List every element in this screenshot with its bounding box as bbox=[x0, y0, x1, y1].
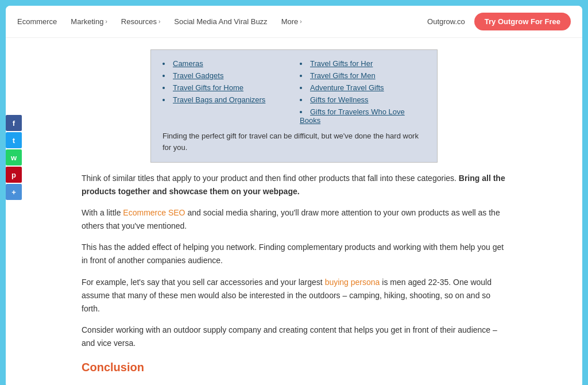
chevron-down-icon: › bbox=[158, 18, 160, 25]
toc-left-column: Cameras Travel Gadgets Travel Gifts for … bbox=[163, 59, 288, 125]
article-para1: Think of similar titles that apply to yo… bbox=[82, 172, 506, 198]
article-para3: This has the added effect of helping you… bbox=[82, 241, 506, 267]
toc-item-travel-gifts-men[interactable]: Travel Gifts for Men bbox=[300, 71, 425, 80]
article-para2: With a little Ecommerce SEO and social m… bbox=[82, 206, 506, 233]
para2-before: With a little bbox=[82, 208, 123, 217]
article-body: Think of similar titles that apply to yo… bbox=[82, 172, 506, 377]
chevron-down-icon: › bbox=[300, 18, 301, 25]
navbar-right: Outgrow.co Try Outgrow For Free bbox=[427, 13, 571, 30]
outgrow-link[interactable]: Outgrow.co bbox=[427, 17, 465, 26]
nav-more[interactable]: More › bbox=[281, 17, 302, 26]
para1-text: Think of similar titles that apply to yo… bbox=[82, 174, 459, 183]
nav-resources[interactable]: Resources › bbox=[121, 17, 160, 26]
navbar: Ecommerce Marketing › Resources › Social… bbox=[6, 6, 582, 38]
toc-item-gifts-books[interactable]: Gifts for Travelers Who Love Books bbox=[300, 107, 425, 125]
whatsapp-share-button[interactable]: w bbox=[6, 149, 22, 165]
toc-item-gifts-wellness[interactable]: Gifts for Wellness bbox=[300, 95, 425, 104]
ecommerce-seo-link[interactable]: Ecommerce SEO bbox=[123, 208, 185, 217]
share-button[interactable]: + bbox=[6, 184, 22, 200]
nav-marketing[interactable]: Marketing › bbox=[71, 17, 107, 26]
buying-persona-link[interactable]: buying persona bbox=[325, 278, 380, 287]
navbar-links: Ecommerce Marketing › Resources › Social… bbox=[17, 17, 302, 26]
nav-social-media[interactable]: Social Media And Viral Buzz bbox=[174, 17, 267, 26]
toc-box: Cameras Travel Gadgets Travel Gifts for … bbox=[150, 49, 438, 163]
conclusion-heading: Conclusion bbox=[82, 358, 506, 377]
article-para4: For example, let's say that you sell car… bbox=[82, 276, 506, 315]
try-outgrow-button[interactable]: Try Outgrow For Free bbox=[474, 13, 571, 30]
toc-item-travel-gifts-her[interactable]: Travel Gifts for Her bbox=[300, 59, 425, 68]
pinterest-share-button[interactable]: p bbox=[6, 167, 22, 183]
toc-item-adventure-travel[interactable]: Adventure Travel Gifts bbox=[300, 83, 425, 92]
toc-item-cameras[interactable]: Cameras bbox=[163, 59, 288, 68]
nav-ecommerce[interactable]: Ecommerce bbox=[17, 17, 57, 26]
social-sidebar: f t w p + bbox=[6, 115, 22, 200]
para4-before: For example, let's say that you sell car… bbox=[82, 278, 325, 287]
facebook-share-button[interactable]: f bbox=[6, 115, 22, 131]
chevron-down-icon: › bbox=[105, 18, 107, 25]
article-para5: Consider working with an outdoor supply … bbox=[82, 324, 506, 350]
toc-item-travel-gadgets[interactable]: Travel Gadgets bbox=[163, 71, 288, 80]
toc-right-column: Travel Gifts for Her Travel Gifts for Me… bbox=[300, 59, 425, 125]
toc-item-travel-bags[interactable]: Travel Bags and Organizers bbox=[163, 95, 288, 104]
twitter-share-button[interactable]: t bbox=[6, 132, 22, 148]
toc-description: Finding the perfect gift for travel can … bbox=[163, 130, 425, 153]
main-content: Cameras Travel Gadgets Travel Gifts for … bbox=[70, 38, 518, 385]
page-wrapper: Ecommerce Marketing › Resources › Social… bbox=[6, 6, 582, 385]
toc-item-travel-gifts-home[interactable]: Travel Gifts for Home bbox=[163, 83, 288, 92]
toc-grid: Cameras Travel Gadgets Travel Gifts for … bbox=[163, 59, 425, 125]
